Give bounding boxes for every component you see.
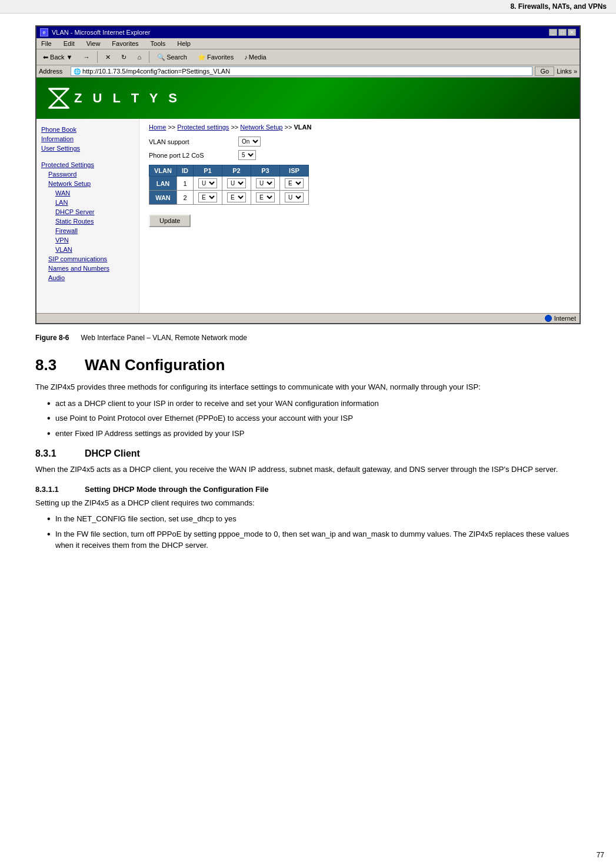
sidebar-link-protectedsettings[interactable]: Protected Settings	[41, 161, 134, 168]
lan-p1[interactable]: UE	[193, 177, 222, 191]
section-8311-body: Setting up the ZIP4x5 as a DHCP client r…	[35, 497, 581, 551]
zultys-logo-icon	[48, 88, 69, 109]
wan-isp[interactable]: UE	[279, 191, 308, 205]
lan-p2-select[interactable]: UE	[227, 178, 246, 188]
lan-p2[interactable]: UE	[222, 177, 251, 191]
table-row-lan: LAN 1 UE UE UE	[149, 177, 309, 191]
section-83-num: 8.3	[35, 356, 71, 374]
wan-p2-select[interactable]: EU	[227, 192, 246, 202]
bullet-2: use Point to Point Protocol over Etherne…	[47, 412, 581, 424]
menu-edit[interactable]: Edit	[61, 39, 77, 48]
table-header-p2: P2	[222, 165, 251, 177]
sidebar-link-vlan[interactable]: VLAN	[55, 246, 134, 253]
wan-p3-select[interactable]: EU	[256, 192, 275, 202]
table-header-p1: P1	[193, 165, 222, 177]
section-83-text: The ZIP4x5 provides three methods for co…	[35, 381, 581, 393]
sidebar-link-phonebook[interactable]: Phone Book	[41, 126, 134, 133]
bullet-8311-2: In the FW file section, turn off PPPoE b…	[47, 528, 581, 551]
lan-p3-select[interactable]: UE	[256, 178, 275, 188]
wan-p3[interactable]: EU	[251, 191, 279, 205]
address-label: Address	[39, 68, 68, 75]
sidebar-link-audio[interactable]: Audio	[48, 274, 134, 281]
sidebar-link-sipcommunications[interactable]: SIP communications	[48, 255, 134, 262]
browser-title: VLAN - Microsoft Internet Explorer	[52, 29, 151, 36]
table-row-wan: WAN 2 EU EU EU	[149, 191, 309, 205]
go-button[interactable]: Go	[535, 66, 554, 76]
back-button[interactable]: ⬅ Back ▼	[39, 52, 76, 63]
zultys-main: Phone Book Information User Settings Pro…	[36, 119, 580, 313]
minimize-button[interactable]: _	[549, 29, 557, 36]
section-8311-bullets: In the NET_CONFIG file section, set use_…	[47, 513, 581, 551]
svg-marker-0	[49, 89, 68, 108]
breadcrumb-home[interactable]: Home	[149, 124, 166, 131]
menu-view[interactable]: View	[84, 39, 103, 48]
forward-button[interactable]: →	[79, 52, 94, 62]
browser-statusbar: Internet	[36, 313, 580, 323]
favorites-button[interactable]: ⭐ Favorites	[194, 52, 238, 63]
stop-button[interactable]: ✕	[101, 52, 115, 63]
lan-p3[interactable]: UE	[251, 177, 279, 191]
menu-favorites[interactable]: Favorites	[109, 39, 141, 48]
bullet-1: act as a DHCP client to your ISP in orde…	[47, 398, 581, 410]
breadcrumb-protected[interactable]: Protected settings	[177, 124, 229, 131]
sidebar-link-staticroutes[interactable]: Static Routes	[55, 218, 134, 225]
toolbar-separator-2	[149, 51, 149, 63]
links-button[interactable]: Links »	[557, 68, 577, 75]
section-831: 8.3.1 DHCP Client	[35, 448, 581, 459]
browser-addressbar: Address 🌐 http://10.1.73.5/mp4config?act…	[36, 65, 580, 78]
sidebar-link-namesandnumbers[interactable]: Names and Numbers	[48, 265, 134, 272]
wan-isp-select[interactable]: UE	[285, 192, 304, 202]
lan-label: LAN	[149, 177, 177, 191]
phone-port-select[interactable]: 5 0 1 2 3 4 6 7	[238, 150, 256, 160]
breadcrumb-network[interactable]: Network Setup	[240, 124, 282, 131]
page-header: 8. Firewalls, NATs, and VPNs	[0, 0, 616, 14]
menu-file[interactable]: File	[39, 39, 54, 48]
titlebar-controls[interactable]: _ □ ✕	[549, 29, 576, 36]
lan-isp-select[interactable]: EU	[285, 178, 304, 188]
wan-p1[interactable]: EU	[193, 191, 222, 205]
close-button[interactable]: ✕	[568, 29, 576, 36]
lan-isp[interactable]: EU	[279, 177, 308, 191]
media-button[interactable]: ♪ Media	[240, 52, 270, 62]
section-8311: 8.3.1.1 Setting DHCP Mode through the Co…	[35, 485, 581, 494]
wan-p1-select[interactable]: EU	[198, 192, 217, 202]
vlan-support-row: VLAN support On Off	[149, 137, 570, 147]
sidebar-link-firewall[interactable]: Firewall	[55, 227, 134, 234]
update-button[interactable]: Update	[149, 214, 191, 227]
globe-icon	[545, 315, 552, 322]
sidebar-link-vpn[interactable]: VPN	[55, 237, 134, 244]
browser-title-area: e VLAN - Microsoft Internet Explorer	[40, 28, 151, 36]
vlan-support-select[interactable]: On Off	[238, 137, 261, 147]
toolbar-separator-1	[97, 51, 98, 63]
home-button[interactable]: ⌂	[133, 52, 145, 62]
table-header-id: ID	[177, 165, 193, 177]
browser-titlebar: e VLAN - Microsoft Internet Explorer _ □…	[36, 26, 580, 38]
phone-port-label: Phone port L2 CoS	[149, 152, 231, 159]
refresh-button[interactable]: ↻	[117, 52, 131, 63]
lan-p1-select[interactable]: UE	[198, 178, 217, 188]
wan-p2[interactable]: EU	[222, 191, 251, 205]
sidebar-link-lan[interactable]: LAN	[55, 199, 134, 206]
sidebar-link-dhcpserver[interactable]: DHCP Server	[55, 208, 134, 215]
sidebar-link-information[interactable]: Information	[41, 135, 134, 142]
sidebar-link-password[interactable]: Password	[48, 171, 134, 178]
menu-tools[interactable]: Tools	[148, 39, 168, 48]
section-83-bullets: act as a DHCP client to your ISP in orde…	[47, 398, 581, 440]
section-831-title: DHCP Client	[85, 448, 140, 459]
menu-help[interactable]: Help	[175, 39, 193, 48]
page-number: 77	[597, 851, 604, 859]
zultys-right-content: Home >> Protected settings >> Network Se…	[139, 119, 580, 313]
address-bar[interactable]: 🌐 http://10.1.73.5/mp4config?action=PSet…	[71, 66, 532, 76]
maximize-button[interactable]: □	[558, 29, 567, 36]
sidebar-link-networksetup[interactable]: Network Setup	[48, 180, 134, 187]
figure-caption: Figure 8-6 Web Interface Panel – VLAN, R…	[35, 334, 581, 342]
section-831-num: 8.3.1	[35, 448, 71, 459]
figure-number: Figure 8-6	[35, 334, 69, 342]
search-button[interactable]: 🔍 Search	[153, 52, 191, 63]
sidebar-link-usersettings[interactable]: User Settings	[41, 145, 134, 152]
bullet-8311-1: In the NET_CONFIG file section, set use_…	[47, 513, 581, 525]
vlan-support-label: VLAN support	[149, 138, 231, 145]
section-8311-num: 8.3.1.1	[35, 485, 71, 494]
sidebar-link-wan[interactable]: WAN	[55, 189, 134, 197]
lan-id: 1	[177, 177, 193, 191]
